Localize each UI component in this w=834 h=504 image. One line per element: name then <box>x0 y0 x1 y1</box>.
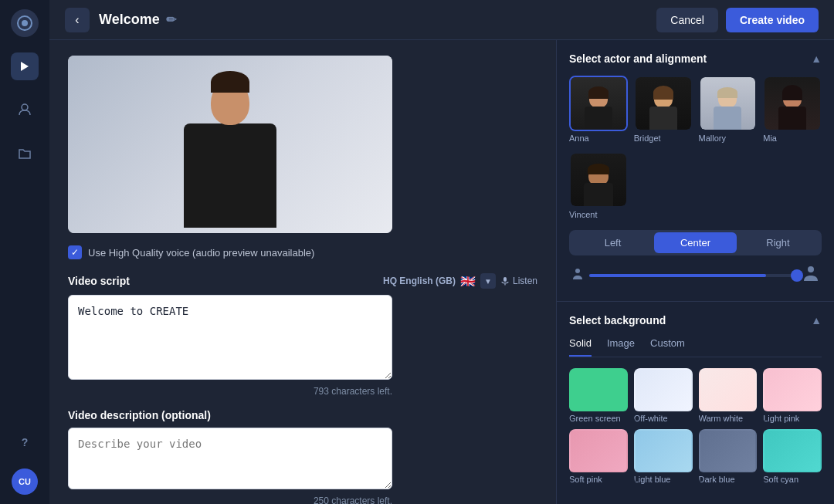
actor-mia-img <box>764 77 820 130</box>
svg-point-6 <box>575 269 580 273</box>
listen-button[interactable]: Listen <box>500 276 537 286</box>
edit-title-icon[interactable]: ✏ <box>166 12 176 27</box>
actor-preview <box>168 71 292 233</box>
alignment-tabs: Left Center Right <box>569 230 822 255</box>
video-desc-label: Video description (optional) <box>68 409 211 421</box>
content-area: ✓ Use High Quality voice (audio preview … <box>49 40 834 504</box>
video-script-label: Video script <box>68 275 130 287</box>
svg-rect-4 <box>503 277 507 282</box>
size-slider-row <box>569 265 822 286</box>
flag-icon: 🇬🇧 <box>460 274 476 289</box>
color-label-darkblue: Dark blue <box>699 475 758 484</box>
alignment-right-tab[interactable]: Right <box>737 232 819 253</box>
right-panel: Select actor and alignment ▲ <box>556 40 834 504</box>
actor-mallory-name: Mallory <box>699 134 758 143</box>
actor-anna-name: Anna <box>569 134 628 143</box>
bg-section-chevron[interactable]: ▲ <box>811 314 822 326</box>
sidebar-item-user[interactable] <box>11 96 39 123</box>
sidebar-item-play[interactable] <box>11 52 39 80</box>
color-label-green: Green screen <box>569 414 628 423</box>
color-swatch-green-screen[interactable]: Green screen <box>569 368 628 423</box>
bg-section-title: Select background <box>569 314 666 326</box>
sidebar-item-help[interactable]: ? <box>11 428 39 456</box>
actor-head <box>209 71 251 125</box>
actor-vincent-img <box>571 154 626 206</box>
color-swatch-soft-pink[interactable]: Soft pink <box>569 429 628 484</box>
sidebar-avatar[interactable]: CU <box>12 468 38 495</box>
language-badge: HQ English (GB) 🇬🇧 ▼ Listen <box>383 273 537 289</box>
left-panel: ✓ Use High Quality voice (audio preview … <box>49 40 556 504</box>
actor-section-header: Select actor and alignment ▲ <box>569 52 822 65</box>
svg-point-7 <box>808 266 814 272</box>
bg-tab-custom[interactable]: Custom <box>650 337 685 357</box>
svg-marker-2 <box>21 62 29 71</box>
color-swatch-light-pink[interactable]: Light pink <box>763 368 822 423</box>
color-box-warmwhite <box>699 368 758 411</box>
alignment-left-tab[interactable]: Left <box>571 232 654 253</box>
color-label-softpink: Soft pink <box>569 475 628 484</box>
create-video-button[interactable]: Create video <box>726 8 819 32</box>
actor-body <box>184 123 276 228</box>
header-title: Welcome ✏ <box>99 12 176 28</box>
color-swatch-warm-white[interactable]: Warm white <box>699 368 758 423</box>
svg-point-3 <box>22 104 28 110</box>
color-box-lightpink <box>763 368 822 411</box>
color-swatch-off-white[interactable]: Off-white <box>634 368 693 423</box>
script-char-count: 793 characters left. <box>68 386 392 397</box>
person-large-icon <box>803 265 819 286</box>
hq-label: Use High Quality voice (audio preview un… <box>88 247 314 259</box>
video-script-header: Video script HQ English (GB) 🇬🇧 ▼ Listen <box>68 273 537 289</box>
main-area: ‹ Welcome ✏ Cancel Create video <box>49 0 834 504</box>
color-label-lightpink: Light pink <box>763 414 822 423</box>
actor-vincent-name: Vincent <box>569 210 628 219</box>
title-text: Welcome <box>99 12 160 28</box>
color-swatch-soft-cyan[interactable]: Soft cyan <box>763 429 822 484</box>
size-slider-track <box>589 274 797 277</box>
actor-section-title: Select actor and alignment <box>569 52 707 65</box>
color-label-lightblue: Light blue <box>634 475 693 484</box>
bg-section-header: Select background ▲ <box>569 314 822 326</box>
bg-tabs: Solid Image Custom <box>569 337 822 357</box>
hq-checkbox-row: ✓ Use High Quality voice (audio preview … <box>68 245 537 259</box>
actor-card-mallory[interactable]: Mallory <box>699 76 758 143</box>
sidebar-item-folder[interactable] <box>11 139 39 167</box>
actor-anna-img <box>571 77 626 130</box>
alignment-center-tab[interactable]: Center <box>654 232 737 253</box>
hq-checkbox[interactable]: ✓ <box>68 245 82 259</box>
color-grid: Green screen Off-white Warm white Light … <box>569 368 822 484</box>
preview-image <box>68 56 392 233</box>
actor-grid-row2: Vincent <box>569 152 822 219</box>
bg-tab-solid[interactable]: Solid <box>569 337 592 357</box>
sidebar-logo <box>11 9 39 37</box>
actor-card-mia[interactable]: Mia <box>763 76 822 143</box>
back-button[interactable]: ‹ <box>65 8 90 32</box>
color-box-darkblue <box>699 429 758 472</box>
color-label-warmwhite: Warm white <box>699 414 758 423</box>
color-label-softcyan: Soft cyan <box>763 475 822 484</box>
color-swatch-dark-blue[interactable]: Dark blue <box>699 429 758 484</box>
actor-section-chevron[interactable]: ▲ <box>811 52 822 65</box>
background-section: Select background ▲ Solid Image Custom G… <box>557 302 834 496</box>
script-textarea[interactable] <box>68 295 392 380</box>
color-box-softcyan <box>763 429 822 472</box>
actor-card-vincent[interactable]: Vincent <box>569 152 628 219</box>
video-description-textarea[interactable] <box>68 428 392 489</box>
actor-mallory-img <box>700 77 756 130</box>
person-small-icon <box>572 268 583 282</box>
lang-label: HQ English (GB) <box>383 276 456 286</box>
sidebar: ? CU <box>0 0 49 504</box>
header-actions: Cancel Create video <box>656 8 819 32</box>
lang-selector-button[interactable]: ▼ <box>480 273 496 289</box>
size-slider-thumb[interactable] <box>791 269 803 282</box>
actor-card-anna[interactable]: Anna <box>569 76 628 143</box>
bg-tab-image[interactable]: Image <box>607 337 635 357</box>
color-box-lightblue <box>634 429 693 472</box>
svg-point-1 <box>22 20 28 26</box>
actor-card-bridget[interactable]: Bridget <box>634 76 693 143</box>
color-box-softpink <box>569 429 628 472</box>
cancel-button[interactable]: Cancel <box>656 8 718 32</box>
desc-char-count: 250 characters left. <box>68 496 392 504</box>
actor-bridget-name: Bridget <box>634 134 693 143</box>
video-preview <box>68 56 392 233</box>
color-swatch-light-blue[interactable]: Light blue <box>634 429 693 484</box>
